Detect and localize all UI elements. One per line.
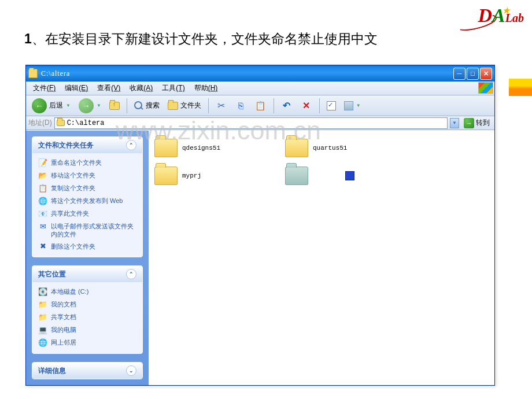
undo-icon: ↶ — [281, 100, 293, 112]
search-button[interactable]: 搜索 — [131, 99, 163, 112]
star-icon: ★ — [503, 6, 510, 16]
task-link[interactable]: 📝重命名这个文件夹 — [38, 157, 136, 169]
collapse-icon[interactable]: ⌃ — [126, 140, 136, 150]
search-icon — [134, 101, 143, 110]
place-link[interactable]: 🌐网上邻居 — [38, 337, 136, 349]
delete-button[interactable]: ✕ — [297, 99, 316, 113]
properties-button[interactable] — [323, 100, 339, 112]
logo: DA★Lab — [478, 5, 524, 27]
menu-tools[interactable]: 工具(T) — [157, 83, 189, 93]
place-icon: 💽 — [38, 287, 47, 297]
up-button[interactable]: ↑ — [106, 101, 123, 111]
address-dropdown[interactable]: ▼ — [450, 118, 459, 128]
back-icon: ← — [32, 98, 47, 113]
task-icon: 📝 — [38, 158, 47, 168]
menu-view[interactable]: 查看(V) — [93, 83, 125, 93]
task-link[interactable]: 📧共享此文件夹 — [38, 208, 136, 220]
window-buttons: ─ □ ✕ — [453, 68, 492, 80]
paste-icon: 📋 — [255, 100, 267, 112]
go-button[interactable]: → 转到 — [461, 117, 492, 129]
forward-button[interactable]: → ▼ — [75, 97, 105, 114]
details-header[interactable]: 详细信息 ⌄ — [32, 363, 142, 379]
menu-favorites[interactable]: 收藏(A) — [125, 83, 157, 93]
task-link[interactable]: ✖删除这个文件夹 — [38, 241, 136, 253]
task-label: 移动这个文件夹 — [51, 171, 95, 179]
slide-heading: 1、在安装目录下新建设计文件夹，文件夹命名禁止使用中文 — [24, 30, 378, 48]
separator — [319, 98, 320, 113]
folder-item[interactable]: qdesigns51 — [154, 139, 253, 157]
chevron-down-icon: ▼ — [356, 103, 361, 108]
details-panel: 详细信息 ⌄ — [32, 362, 143, 379]
task-icon: 📋 — [38, 184, 47, 193]
folder-item[interactable] — [285, 167, 313, 185]
back-button[interactable]: ← 后退 ▼ — [28, 97, 74, 114]
task-link[interactable]: 🌐将这个文件夹发布到 Web — [38, 195, 136, 208]
cut-icon: ✂ — [216, 100, 227, 112]
cut-button[interactable]: ✂ — [212, 99, 231, 113]
tasks-header[interactable]: 文件和文件夹任务 ⌃ — [32, 137, 142, 153]
decorative-stripe — [509, 79, 532, 96]
folder-icon — [57, 120, 65, 126]
tasks-panel: 文件和文件夹任务 ⌃ 📝重命名这个文件夹📂移动这个文件夹📋复制这个文件夹🌐将这个… — [32, 136, 143, 257]
task-link[interactable]: 📋复制这个文件夹 — [38, 182, 136, 195]
delete-icon: ✕ — [301, 100, 312, 112]
heading-number: 1 — [24, 31, 32, 46]
collapse-icon[interactable]: ⌃ — [126, 269, 136, 279]
folder-open-icon — [285, 167, 308, 185]
windows-flag-icon[interactable] — [478, 82, 493, 94]
address-input[interactable]: C:\altera — [54, 117, 448, 129]
undo-button[interactable]: ↶ — [278, 99, 296, 113]
maximize-button[interactable]: □ — [467, 68, 479, 80]
folder-item[interactable]: myprj — [154, 167, 253, 185]
item-label: quartus51 — [313, 145, 347, 152]
task-link[interactable]: 📂移动这个文件夹 — [38, 169, 136, 182]
copy-button[interactable]: ⎘ — [232, 99, 250, 113]
window-title: C:\altera — [41, 69, 70, 78]
menu-file[interactable]: 文件(F) — [28, 83, 60, 93]
task-icon: ✉ — [38, 222, 47, 231]
item-list: qdesigns51quartus51myprj — [154, 139, 489, 185]
chevron-down-icon: ▼ — [97, 103, 101, 108]
task-icon: 🌐 — [38, 197, 47, 206]
separator — [127, 98, 127, 113]
go-icon: → — [464, 118, 474, 128]
folder-item[interactable] — [345, 167, 373, 185]
task-label: 重命名这个文件夹 — [51, 158, 102, 167]
place-label: 网上邻居 — [51, 338, 76, 346]
place-link[interactable]: 📁共享文档 — [38, 311, 136, 324]
place-link[interactable]: 💻我的电脑 — [38, 324, 136, 337]
place-link[interactable]: 💽本地磁盘 (C:) — [38, 286, 136, 298]
folder-icon — [285, 139, 308, 157]
item-label: qdesigns51 — [182, 145, 220, 152]
places-header[interactable]: 其它位置 ⌃ — [32, 266, 142, 282]
task-link[interactable]: ✉以电子邮件形式发送该文件夹内的文件 — [38, 220, 136, 241]
places-title: 其它位置 — [38, 269, 66, 279]
titlebar[interactable]: C:\altera ─ □ ✕ — [26, 65, 494, 82]
paste-button[interactable]: 📋 — [252, 99, 270, 113]
menu-help[interactable]: 帮助(H) — [190, 83, 223, 93]
content-pane[interactable]: qdesigns51quartus51myprj — [149, 131, 494, 385]
separator — [208, 98, 209, 113]
explorer-body: 文件和文件夹任务 ⌃ 📝重命名这个文件夹📂移动这个文件夹📋复制这个文件夹🌐将这个… — [26, 130, 494, 385]
task-label: 共享此文件夹 — [51, 209, 89, 217]
folders-button[interactable]: 文件夹 — [164, 99, 205, 112]
menubar: 文件(F) 编辑(E) 查看(V) 收藏(A) 工具(T) 帮助(H) — [26, 82, 494, 95]
view-icon — [344, 101, 353, 110]
folder-item[interactable]: quartus51 — [285, 139, 383, 157]
expand-icon[interactable]: ⌄ — [126, 365, 136, 376]
close-button[interactable]: ✕ — [480, 68, 492, 80]
folder-icon — [154, 139, 178, 157]
place-label: 我的文档 — [51, 300, 76, 308]
place-link[interactable]: 📁我的文档 — [38, 298, 136, 311]
views-button[interactable]: ▼ — [341, 100, 364, 112]
tasks-title: 文件和文件夹任务 — [38, 141, 94, 150]
place-label: 我的电脑 — [51, 326, 76, 334]
minimize-button[interactable]: ─ — [453, 68, 466, 80]
check-icon — [327, 101, 336, 110]
menu-edit[interactable]: 编辑(E) — [60, 83, 93, 93]
toolbar: ← 后退 ▼ → ▼ ↑ 搜索 文件夹 ✂ ⎘ 📋 — [26, 95, 494, 116]
place-icon: 📁 — [38, 313, 47, 322]
details-title: 详细信息 — [38, 366, 66, 376]
item-label: myprj — [182, 172, 201, 179]
task-icon: 📂 — [38, 171, 47, 180]
